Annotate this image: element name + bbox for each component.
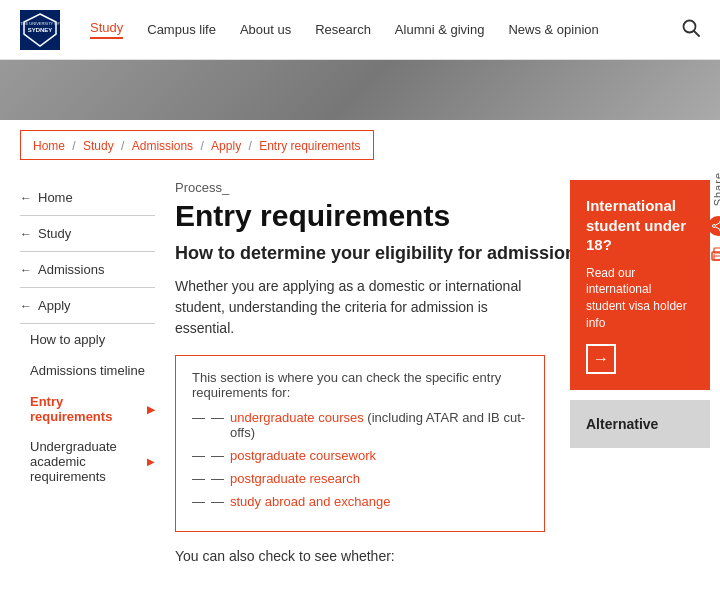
orange-card-title: International student under 18? — [586, 196, 694, 255]
arrow-left-icon: ← — [20, 263, 32, 277]
nav-campus-life[interactable]: Campus life — [147, 22, 216, 37]
breadcrumb-wrap: Home / Study / Admissions / Apply / Entr… — [0, 120, 720, 170]
search-icon[interactable] — [682, 19, 700, 40]
orange-card-arrow[interactable]: → — [586, 344, 616, 374]
section-link-0[interactable]: undergraduate courses — [230, 410, 364, 425]
sidebar-admissions-label: Admissions — [38, 262, 104, 277]
nav-about-us[interactable]: About us — [240, 22, 291, 37]
breadcrumb-sep2: / — [121, 139, 128, 153]
hero-image — [0, 60, 720, 120]
also-check-text: You can also check to see whether: — [175, 548, 700, 564]
print-icon[interactable] — [709, 246, 720, 267]
sidebar-how-to-apply[interactable]: How to apply — [20, 324, 155, 355]
orange-card: International student under 18? Read our… — [570, 180, 710, 390]
share-label: Share — [712, 172, 720, 206]
logo: THE UNIVERSITY OF SYDNEY — [20, 10, 60, 50]
orange-card-body: Read our international student visa hold… — [586, 265, 694, 332]
svg-line-5 — [694, 31, 699, 36]
list-item: — undergraduate courses (including ATAR … — [192, 410, 528, 440]
grey-card-title: Alternative — [586, 416, 694, 432]
triangle-icon: ▶ — [147, 404, 155, 415]
svg-text:SYDNEY: SYDNEY — [28, 27, 53, 33]
share-sidebar: Share — [708, 172, 720, 267]
breadcrumb-sep3: / — [200, 139, 207, 153]
list-item: — postgraduate research — [192, 471, 528, 486]
list-item: — study abroad and exchange — [192, 494, 528, 509]
main-content: Process Entry requirements How to determ… — [155, 170, 720, 574]
sidebar: ← Home ← Study ← Admissions ← Apply How … — [0, 170, 155, 574]
arrow-right-icon: ▶ — [147, 456, 155, 467]
nav-study[interactable]: Study — [90, 20, 123, 39]
breadcrumb-home[interactable]: Home — [33, 139, 65, 153]
section-list: — undergraduate courses (including ATAR … — [192, 410, 528, 509]
sidebar-undergrad-requirements[interactable]: Undergraduate academic requirements ▶ — [20, 432, 155, 491]
hero-bg — [0, 60, 720, 120]
svg-line-9 — [715, 223, 719, 225]
breadcrumb-apply[interactable]: Apply — [211, 139, 241, 153]
breadcrumb: Home / Study / Admissions / Apply / Entr… — [33, 139, 361, 153]
sidebar-item-study[interactable]: ← Study — [20, 216, 155, 252]
svg-point-8 — [713, 225, 716, 228]
arrow-left-icon: ← — [20, 227, 32, 241]
section-box: This section is where you can check the … — [175, 355, 545, 532]
intro-text: Whether you are applying as a domestic o… — [175, 276, 535, 339]
list-item: — postgraduate coursework — [192, 448, 528, 463]
sidebar-item-apply[interactable]: ← Apply — [20, 288, 155, 324]
breadcrumb-study[interactable]: Study — [83, 139, 114, 153]
nav-alumni[interactable]: Alumni & giving — [395, 22, 485, 37]
university-logo: THE UNIVERSITY OF SYDNEY — [20, 10, 60, 50]
share-network-icon[interactable] — [708, 216, 720, 236]
section-link-2[interactable]: postgraduate research — [230, 471, 360, 486]
main-layout: ← Home ← Study ← Admissions ← Apply How … — [0, 170, 720, 594]
nav-research[interactable]: Research — [315, 22, 371, 37]
grey-card: Alternative — [570, 400, 710, 448]
breadcrumb-sep4: / — [248, 139, 255, 153]
arrow-left-icon: ← — [20, 299, 32, 313]
sidebar-item-admissions[interactable]: ← Admissions — [20, 252, 155, 288]
section-link-3[interactable]: study abroad and exchange — [230, 494, 390, 509]
section-link-1[interactable]: postgraduate coursework — [230, 448, 376, 463]
section-intro: This section is where you can check the … — [192, 370, 528, 400]
sidebar-timeline-label: Admissions timeline — [30, 363, 145, 378]
breadcrumb-admissions[interactable]: Admissions — [132, 139, 193, 153]
svg-point-14 — [713, 255, 715, 257]
sidebar-how-label: How to apply — [30, 332, 105, 347]
svg-line-10 — [715, 227, 719, 229]
sidebar-entry-requirements[interactable]: Entry requirements ▶ — [20, 386, 155, 432]
main-nav: Study Campus life About us Research Alum… — [90, 20, 682, 39]
breadcrumb-entry-requirements[interactable]: Entry requirements — [259, 139, 360, 153]
svg-text:THE UNIVERSITY OF: THE UNIVERSITY OF — [20, 21, 60, 26]
sidebar-study-label: Study — [38, 226, 71, 241]
site-header: THE UNIVERSITY OF SYDNEY Study Campus li… — [0, 0, 720, 60]
sidebar-entry-label: Entry requirements — [30, 394, 143, 424]
right-card-area: Share — [570, 180, 710, 448]
nav-news[interactable]: News & opinion — [508, 22, 598, 37]
sidebar-admissions-timeline[interactable]: Admissions timeline — [20, 355, 155, 386]
sidebar-item-home[interactable]: ← Home — [20, 180, 155, 216]
sidebar-apply-label: Apply — [38, 298, 71, 313]
sidebar-undergrad-label: Undergraduate academic requirements — [30, 439, 143, 484]
sidebar-home-label: Home — [38, 190, 73, 205]
breadcrumb-sep1: / — [72, 139, 79, 153]
arrow-left-icon: ← — [20, 191, 32, 205]
